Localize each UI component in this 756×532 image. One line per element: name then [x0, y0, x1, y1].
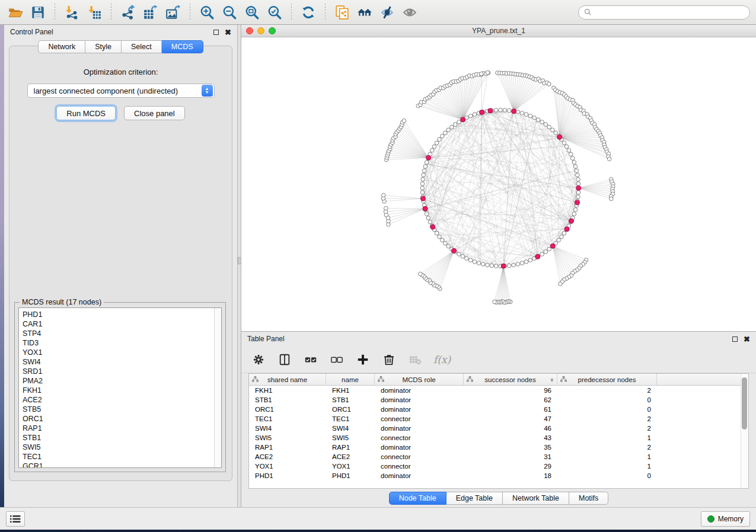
graph-node[interactable] [528, 114, 532, 118]
search-field[interactable] [578, 5, 750, 20]
table-row-SWI5[interactable]: SWI5SWI5connector431 [249, 433, 748, 443]
mcds-result-item[interactable]: GCR1 [23, 462, 210, 468]
graph-node[interactable] [432, 145, 436, 149]
run-mcds-button[interactable]: Run MCDS [56, 106, 116, 120]
group-nodes-button[interactable] [355, 3, 374, 22]
graph-node[interactable] [573, 208, 578, 212]
graph-node[interactable] [610, 197, 614, 201]
tab-network-table[interactable]: Network Table [503, 492, 569, 505]
graph-node[interactable] [524, 260, 528, 264]
graph-node[interactable] [524, 113, 528, 117]
mcds-result-item[interactable]: PMA2 [23, 376, 210, 386]
delete-column-button[interactable] [381, 352, 397, 367]
result-list-scrollbar[interactable] [214, 308, 221, 467]
float-panel-icon[interactable] [213, 30, 219, 35]
cell-name[interactable]: SWI4 [326, 425, 375, 432]
cell-successor_nodes[interactable]: 18 [464, 472, 557, 479]
graph-node[interactable] [384, 206, 388, 210]
graph-node[interactable] [438, 235, 442, 239]
graph-node[interactable] [520, 261, 524, 265]
cell-name[interactable]: ACE2 [326, 453, 375, 460]
graph-node[interactable] [473, 260, 477, 264]
graph-node[interactable] [576, 173, 580, 177]
cell-mcds_role[interactable]: dominator [375, 444, 464, 451]
cell-predecessor_nodes[interactable]: 2 [557, 444, 657, 451]
graph-node[interactable] [544, 123, 548, 127]
graph-node[interactable] [494, 264, 498, 268]
cell-predecessor_nodes[interactable]: 2 [557, 415, 657, 422]
cell-name[interactable]: YOX1 [326, 463, 375, 470]
cell-successor_nodes[interactable]: 43 [464, 434, 557, 441]
zoom-fit-button[interactable] [243, 3, 261, 22]
add-column-button[interactable] [355, 352, 371, 367]
graph-node[interactable] [457, 120, 461, 124]
search-input[interactable] [595, 8, 744, 17]
select-all-columns-button[interactable] [303, 352, 318, 367]
mcds-result-item[interactable]: ORC1 [23, 414, 210, 424]
column-header-predecessor-nodes[interactable]: predecessor nodes [557, 374, 657, 385]
graph-node[interactable] [435, 231, 439, 235]
import-table-button[interactable] [85, 3, 104, 22]
cell-name[interactable]: SWI5 [326, 434, 375, 441]
graph-node[interactable] [575, 169, 579, 173]
cell-successor_nodes[interactable]: 35 [464, 444, 557, 451]
show-panel-list-button[interactable] [6, 511, 25, 527]
cell-name[interactable]: STB1 [326, 396, 375, 403]
cell-shared_name[interactable]: SWI5 [249, 434, 326, 441]
graph-node[interactable] [461, 117, 465, 122]
graph-node[interactable] [430, 148, 434, 152]
open-file-button[interactable] [6, 3, 25, 22]
graph-node[interactable] [564, 227, 569, 232]
cell-shared_name[interactable]: RAP1 [249, 444, 326, 451]
graph-node[interactable] [507, 264, 511, 268]
graph-node[interactable] [572, 161, 576, 165]
save-session-button[interactable] [28, 3, 47, 22]
cell-shared_name[interactable]: FKH1 [249, 387, 326, 394]
table-settings-button[interactable] [251, 352, 266, 367]
table-scrollbar[interactable] [741, 374, 748, 488]
cell-shared_name[interactable]: STB1 [249, 396, 326, 403]
close-panel-button[interactable]: Close panel [124, 106, 185, 120]
column-header-MCDS-role[interactable]: MCDS role [375, 374, 464, 385]
cell-predecessor_nodes[interactable]: 2 [557, 387, 657, 394]
table-row-YOX1[interactable]: YOX1YOX1connector291 [249, 462, 748, 471]
cell-mcds_role[interactable]: connector [375, 434, 464, 441]
cell-predecessor_nodes[interactable]: 1 [557, 453, 657, 460]
mcds-result-item[interactable]: CAR1 [23, 319, 210, 329]
graph-node[interactable] [512, 263, 516, 267]
mcds-result-item[interactable]: STB5 [23, 405, 210, 414]
graph-node[interactable] [564, 145, 569, 149]
cell-mcds_role[interactable]: dominator [375, 472, 464, 479]
graph-node[interactable] [468, 114, 473, 118]
graph-node[interactable] [473, 113, 477, 117]
show-columns-button[interactable] [277, 352, 292, 367]
graph-node[interactable] [450, 125, 454, 129]
graph-node[interactable] [435, 141, 439, 145]
graph-node[interactable] [559, 282, 563, 286]
cell-successor_nodes[interactable]: 46 [464, 425, 557, 432]
cell-shared_name[interactable]: TEC1 [249, 415, 326, 422]
memory-button[interactable]: Memory [701, 511, 750, 527]
zoom-in-button[interactable] [197, 3, 216, 22]
graph-node[interactable] [570, 156, 575, 161]
mcds-result-item[interactable]: SRD1 [23, 367, 210, 376]
close-table-panel-icon[interactable]: ✖ [744, 336, 750, 342]
table-row-TEC1[interactable]: TEC1TEC1connector472 [249, 414, 748, 424]
graph-node[interactable] [494, 108, 498, 113]
mcds-result-list[interactable]: PHD1CAR1STP4TID3YOX1SWI4SRD1PMA2FKH1ACE2… [18, 307, 222, 468]
cell-shared_name[interactable]: YOX1 [249, 463, 326, 470]
graph-node[interactable] [547, 125, 551, 129]
cell-mcds_role[interactable]: dominator [375, 406, 464, 413]
cell-mcds_role[interactable]: connector [375, 463, 464, 470]
graph-node[interactable] [486, 263, 490, 267]
table-scrollbar-thumb[interactable] [742, 377, 747, 430]
graph-node[interactable] [560, 235, 564, 239]
graph-node[interactable] [576, 182, 580, 186]
copy-network-button[interactable] [333, 3, 352, 22]
graph-node[interactable] [423, 206, 428, 211]
cell-successor_nodes[interactable]: 61 [464, 406, 557, 413]
mcds-result-item[interactable]: STP4 [23, 329, 210, 338]
cell-predecessor_nodes[interactable]: 0 [557, 396, 657, 403]
cell-mcds_role[interactable]: dominator [375, 387, 464, 394]
graph-node[interactable] [520, 111, 524, 116]
